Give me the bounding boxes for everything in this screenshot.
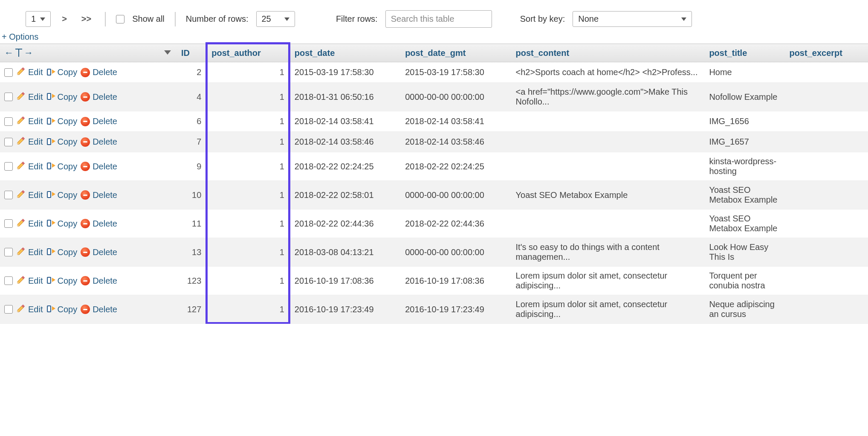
cell-post-date-gmt: 2018-02-22 02:44:36	[401, 209, 511, 238]
row-checkbox[interactable]	[4, 93, 13, 101]
row-checkbox[interactable]	[4, 117, 13, 126]
edit-link[interactable]: Edit	[16, 304, 43, 315]
table-row: EditCopyDelete712018-02-14 03:58:462018-…	[0, 132, 868, 152]
pencil-icon	[16, 161, 26, 172]
col-post-excerpt[interactable]: post_excerpt	[785, 44, 868, 62]
sort-select[interactable]: None	[573, 11, 692, 27]
table-toolbar: 1 > >> Show all Number of rows: 25 Filte…	[0, 0, 868, 32]
copy-link[interactable]: Copy	[46, 162, 77, 171]
row-checkbox[interactable]	[4, 162, 13, 171]
cell-post-date: 2016-10-19 17:23:49	[290, 295, 401, 324]
edit-link[interactable]: Edit	[16, 91, 43, 103]
delete-link[interactable]: Delete	[81, 247, 117, 257]
actions-header: ← →	[0, 44, 177, 62]
copy-link[interactable]: Copy	[46, 137, 77, 147]
row-actions: EditCopyDelete	[4, 218, 173, 230]
copy-link[interactable]: Copy	[46, 92, 77, 102]
filter-input[interactable]	[385, 10, 492, 28]
table-row: EditCopyDelete212015-03-19 17:58:302015-…	[0, 62, 868, 83]
edit-link[interactable]: Edit	[16, 161, 43, 172]
delete-link[interactable]: Delete	[81, 219, 117, 229]
copy-link[interactable]: Copy	[46, 116, 77, 126]
col-post-title[interactable]: post_title	[705, 44, 785, 62]
actions-cell: EditCopyDelete	[0, 295, 177, 324]
cell-post-date: 2018-02-14 03:58:41	[290, 111, 401, 132]
cell-post-excerpt	[785, 295, 868, 324]
cell-post-author: 1	[207, 111, 290, 132]
cell-id: 6	[177, 111, 207, 132]
row-checkbox[interactable]	[4, 276, 13, 285]
rows-select[interactable]: 25	[256, 11, 295, 27]
pencil-icon	[16, 275, 26, 287]
table-header-row: ← → ID post_author post_date post_date_g…	[0, 44, 868, 62]
edit-link[interactable]: Edit	[16, 247, 43, 258]
edit-link[interactable]: Edit	[16, 67, 43, 78]
row-actions: EditCopyDelete	[4, 304, 173, 315]
row-checkbox[interactable]	[4, 138, 13, 146]
row-actions: EditCopyDelete	[4, 161, 173, 172]
copy-link[interactable]: Copy	[46, 276, 77, 286]
pencil-icon	[16, 189, 26, 201]
delete-link[interactable]: Delete	[81, 162, 117, 171]
pencil-icon	[16, 247, 26, 258]
cell-id: 9	[177, 152, 207, 181]
col-post-content[interactable]: post_content	[512, 44, 705, 62]
delete-link[interactable]: Delete	[81, 305, 117, 314]
cell-id: 10	[177, 181, 207, 209]
row-checkbox[interactable]	[4, 248, 13, 256]
dropdown-icon[interactable]	[164, 50, 171, 55]
pencil-icon	[16, 218, 26, 230]
col-id[interactable]: ID	[177, 44, 207, 62]
copy-icon	[46, 190, 55, 200]
delete-link[interactable]: Delete	[81, 190, 117, 200]
row-checkbox[interactable]	[4, 219, 13, 228]
cell-post-date: 2018-03-08 04:13:21	[290, 238, 401, 267]
edit-link[interactable]: Edit	[16, 136, 43, 148]
copy-link[interactable]: Copy	[46, 305, 77, 314]
delete-link[interactable]: Delete	[81, 92, 117, 102]
delete-link[interactable]: Delete	[81, 276, 117, 286]
delete-link[interactable]: Delete	[81, 116, 117, 126]
col-post-author[interactable]: post_author	[207, 44, 290, 62]
cell-post-date-gmt: 2018-02-14 03:58:41	[401, 111, 511, 132]
col-post-date-gmt[interactable]: post_date_gmt	[401, 44, 511, 62]
last-page-button[interactable]: >>	[78, 14, 95, 24]
copy-icon	[46, 276, 55, 285]
show-all-checkbox[interactable]	[116, 15, 124, 23]
edit-link[interactable]: Edit	[16, 218, 43, 230]
pencil-icon	[16, 304, 26, 315]
cell-post-content: Lorem ipsum dolor sit amet, consectetur …	[512, 295, 705, 324]
edit-link[interactable]: Edit	[16, 275, 43, 287]
copy-icon	[46, 305, 55, 314]
copy-icon	[46, 247, 55, 257]
sort-select-value: None	[578, 14, 599, 24]
cell-post-author: 1	[207, 152, 290, 181]
edit-link[interactable]: Edit	[16, 116, 43, 127]
page-select[interactable]: 1	[26, 11, 51, 27]
cell-post-content: Lorem ipsum dolor sit amet, consectetur …	[512, 267, 705, 295]
data-table: ← → ID post_author post_date post_date_g…	[0, 44, 868, 324]
pencil-icon	[16, 67, 26, 78]
delete-link[interactable]: Delete	[81, 137, 117, 147]
copy-link[interactable]: Copy	[46, 190, 77, 200]
cell-post-date: 2018-02-22 02:44:36	[290, 209, 401, 238]
edit-link[interactable]: Edit	[16, 189, 43, 201]
row-checkbox[interactable]	[4, 305, 13, 314]
copy-link[interactable]: Copy	[46, 67, 77, 77]
actions-cell: EditCopyDelete	[0, 83, 177, 111]
cell-post-content: <a href="https://www.google.com">Make Th…	[512, 83, 705, 111]
delete-link[interactable]: Delete	[81, 67, 117, 77]
cell-post-title: Yoast SEO Metabox Example	[705, 209, 785, 238]
next-page-button[interactable]: >	[58, 14, 70, 24]
actions-cell: EditCopyDelete	[0, 111, 177, 132]
show-all-label: Show all	[132, 14, 165, 24]
row-checkbox[interactable]	[4, 191, 13, 199]
column-reorder-icon[interactable]: ← →	[4, 47, 33, 58]
cell-post-title: Home	[705, 62, 785, 83]
delete-icon	[81, 219, 90, 228]
copy-link[interactable]: Copy	[46, 247, 77, 257]
col-post-date[interactable]: post_date	[290, 44, 401, 62]
options-link[interactable]: + Options	[0, 32, 868, 44]
copy-link[interactable]: Copy	[46, 219, 77, 229]
row-checkbox[interactable]	[4, 68, 13, 77]
